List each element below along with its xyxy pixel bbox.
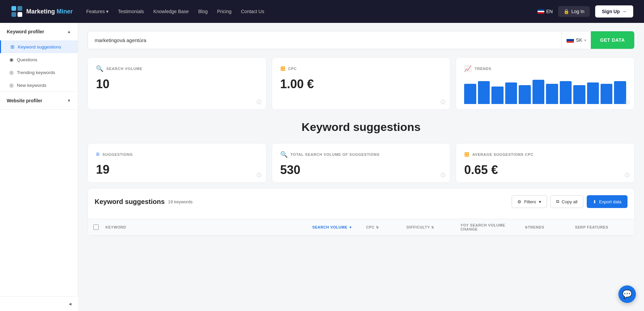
search-volume-icon: 🔍 bbox=[280, 151, 288, 158]
trends-chart bbox=[464, 77, 626, 104]
trends-card: 📈 TRENDS ⓘ bbox=[456, 57, 635, 110]
info-icon-avg-cpc[interactable]: ⓘ bbox=[625, 172, 630, 178]
flag-icon bbox=[538, 9, 544, 14]
svg-rect-2 bbox=[11, 12, 16, 17]
copy-all-button[interactable]: ⧉ Copy all bbox=[550, 195, 583, 208]
table-actions: ⚙ Filters ▾ ⧉ Copy all ⬇ Export data bbox=[512, 195, 627, 208]
avg-cpc-card: ⊞ AVERAGE SUGGESTIONS CPC 0.65 € ⓘ bbox=[456, 143, 635, 183]
chevron-down-icon: ▼ bbox=[67, 98, 71, 103]
arrow-right-icon: → bbox=[622, 9, 626, 14]
avg-cpc-value: 0.65 € bbox=[464, 163, 626, 177]
trend-bar bbox=[573, 85, 585, 104]
filter-icon: ⚙ bbox=[517, 199, 521, 204]
search-input[interactable] bbox=[88, 37, 561, 43]
sidebar: Keyword profiler ▲ ⊞ Keyword suggestions… bbox=[0, 23, 78, 311]
info-icon-tsv[interactable]: ⓘ bbox=[441, 172, 445, 178]
page-heading: Keyword suggestions bbox=[88, 120, 635, 134]
chat-support-button[interactable]: 💬 bbox=[618, 285, 636, 303]
search-volume-value: 10 bbox=[96, 77, 258, 91]
col-cpc[interactable]: CPC ⇅ bbox=[366, 223, 407, 231]
trend-bar bbox=[546, 84, 558, 104]
select-all-checkbox[interactable] bbox=[93, 224, 99, 230]
info-icon-trends[interactable]: ⓘ bbox=[625, 99, 630, 105]
total-search-volume-value: 530 bbox=[280, 163, 442, 177]
col-keyword[interactable]: KEYWORD bbox=[105, 223, 312, 231]
filters-button[interactable]: ⚙ Filters ▾ bbox=[512, 195, 547, 208]
main-content: SK ▾ GET DATA 🔍 SEARCH VOLUME 10 ⓘ ⊞ bbox=[78, 23, 644, 311]
nav-blog[interactable]: Blog bbox=[198, 9, 207, 14]
top-stats-row: 🔍 SEARCH VOLUME 10 ⓘ ⊞ CPC 1.00 € ⓘ 📈 bbox=[88, 57, 635, 110]
col-yoy[interactable]: YOY SEARCH VOLUME CHANGE ⇅ bbox=[460, 223, 528, 231]
keyword-profiler-header[interactable]: Keyword profiler ▲ bbox=[0, 23, 78, 40]
sidebar-collapse-button[interactable]: ◂ bbox=[0, 296, 78, 311]
nav-links: Features ▾ Testimonials Knowledge Base B… bbox=[86, 9, 538, 14]
trend-bar bbox=[519, 85, 530, 104]
keyword-profiler-section: Keyword profiler ▲ ⊞ Keyword suggestions… bbox=[0, 23, 78, 92]
nav-actions: EN 🔒 Log In Sign Up → bbox=[538, 5, 633, 18]
cpc-card: ⊞ CPC 1.00 € ⓘ bbox=[272, 57, 451, 110]
sort-difficulty-icon: ⇅ bbox=[431, 226, 434, 229]
col-search-volume[interactable]: SEARCH VOLUME ▼ bbox=[312, 223, 366, 231]
svg-rect-1 bbox=[18, 6, 22, 11]
nav-testimonials[interactable]: Testimonials bbox=[118, 9, 144, 14]
trend-bar bbox=[587, 82, 599, 104]
trend-bar bbox=[491, 87, 503, 104]
suggestions-icon: ≡ bbox=[96, 151, 100, 158]
language-selector[interactable]: EN bbox=[538, 9, 553, 14]
trending-icon: ◎ bbox=[9, 70, 13, 75]
chevron-up-icon: ▲ bbox=[67, 29, 71, 34]
table-column-headers: KEYWORD SEARCH VOLUME ▼ CPC ⇅ DIFFICULTY… bbox=[88, 219, 634, 236]
nav-features[interactable]: Features ▾ bbox=[86, 9, 108, 14]
table-header-row: Keyword suggestions 19 keywords ⚙ Filter… bbox=[95, 195, 627, 208]
info-icon-suggestions[interactable]: ⓘ bbox=[257, 172, 261, 178]
trend-bar bbox=[533, 80, 544, 104]
logo-text: Marketing Miner bbox=[26, 8, 73, 15]
collapse-icon: ◂ bbox=[69, 301, 71, 307]
sidebar-item-keyword-suggestions[interactable]: ⊞ Keyword suggestions bbox=[0, 40, 78, 53]
website-profiler-header[interactable]: Website profiler ▼ bbox=[0, 92, 78, 109]
grid-icon: ⊞ bbox=[10, 44, 14, 49]
svg-rect-3 bbox=[18, 12, 22, 17]
trend-bar bbox=[478, 81, 490, 104]
sort-cpc-icon: ⇅ bbox=[376, 226, 379, 229]
download-icon: ⬇ bbox=[593, 199, 597, 204]
sidebar-item-questions[interactable]: ◉ Questions bbox=[0, 53, 78, 66]
search-volume-card: 🔍 SEARCH VOLUME 10 ⓘ bbox=[88, 57, 266, 110]
col-difficulty[interactable]: DIFFICULTY ⇅ bbox=[407, 223, 460, 231]
trend-bar bbox=[464, 84, 476, 104]
app-layout: Keyword profiler ▲ ⊞ Keyword suggestions… bbox=[0, 23, 644, 311]
svg-rect-0 bbox=[11, 6, 16, 11]
logo[interactable]: Marketing Miner bbox=[11, 5, 73, 18]
navbar: Marketing Miner Features ▾ Testimonials … bbox=[0, 0, 644, 23]
country-selector[interactable]: SK ▾ bbox=[561, 31, 591, 49]
dropdown-arrow-icon: ▾ bbox=[584, 38, 586, 42]
sort-yoy-icon: ⇅ bbox=[525, 226, 528, 229]
question-icon: ◉ bbox=[9, 57, 13, 62]
table-title: Keyword suggestions 19 keywords bbox=[95, 198, 193, 206]
sidebar-item-new-keywords[interactable]: ◎ New keywords bbox=[0, 79, 78, 92]
nav-pricing[interactable]: Pricing bbox=[217, 9, 231, 14]
logo-icon bbox=[11, 5, 23, 18]
new-icon: ◎ bbox=[9, 82, 13, 88]
sidebar-item-trending-keywords[interactable]: ◎ Trending keywords bbox=[0, 66, 78, 79]
export-data-button[interactable]: ⬇ Export data bbox=[587, 195, 628, 208]
trend-bar bbox=[560, 81, 572, 104]
info-icon[interactable]: ⓘ bbox=[257, 99, 261, 105]
suggestions-card: ≡ SUGGESTIONS 19 ⓘ bbox=[88, 143, 266, 183]
signup-button[interactable]: Sign Up → bbox=[595, 5, 633, 18]
website-profiler-section: Website profiler ▼ bbox=[0, 92, 78, 110]
get-data-button[interactable]: GET DATA bbox=[591, 31, 634, 49]
trends-icon: 📈 bbox=[464, 65, 472, 72]
keywords-count-badge: 19 keywords bbox=[168, 199, 193, 204]
total-search-volume-card: 🔍 TOTAL SEARCH VOLUME OF SUGGESTIONS 530… bbox=[272, 143, 451, 183]
chevron-down-icon: ▾ bbox=[106, 9, 108, 14]
trend-bar bbox=[601, 84, 612, 104]
info-icon-cpc[interactable]: ⓘ bbox=[441, 99, 445, 105]
chat-icon: 💬 bbox=[622, 289, 632, 299]
login-button[interactable]: 🔒 Log In bbox=[558, 6, 590, 17]
checkbox-header bbox=[93, 223, 105, 231]
nav-knowledge-base[interactable]: Knowledge Base bbox=[153, 9, 189, 14]
copy-icon: ⧉ bbox=[556, 199, 559, 204]
filter-dropdown-icon: ▾ bbox=[539, 199, 541, 204]
nav-contact[interactable]: Contact Us bbox=[241, 9, 264, 14]
